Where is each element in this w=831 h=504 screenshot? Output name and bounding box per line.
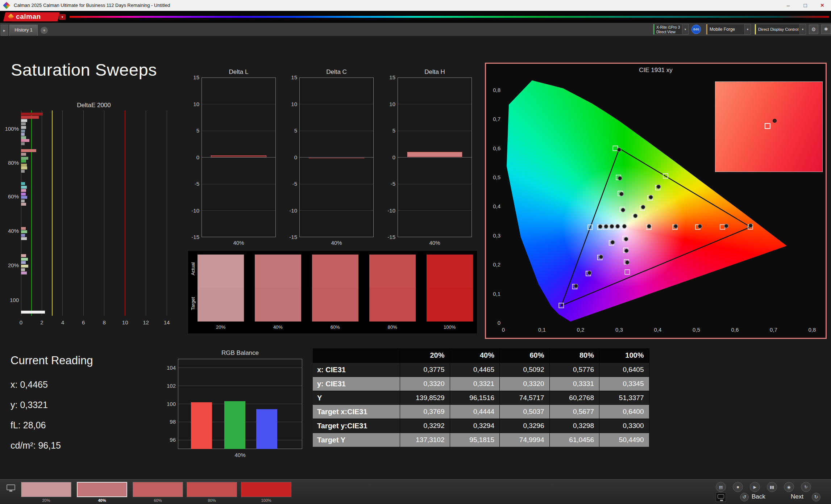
meter-dropdown-arrow[interactable]: ▾ xyxy=(682,24,688,34)
deltae-bar xyxy=(21,170,25,173)
cie-panel: CIE 1931 xy 00,10,20,30,40,50,60,70,800,… xyxy=(485,63,827,339)
cie-measured-marker xyxy=(649,195,653,199)
table-cell: 0,3298 xyxy=(550,419,600,433)
display-control-selector[interactable]: Direct Display Control ▾ xyxy=(755,24,806,35)
bottom-swatch-40%[interactable] xyxy=(77,482,127,497)
calman-logo[interactable]: calman xyxy=(3,12,60,21)
deltae-bar xyxy=(21,119,27,122)
meter-badge: 846 xyxy=(691,25,701,34)
next-button[interactable]: Next xyxy=(791,493,803,500)
source-dropdown-arrow[interactable]: ▾ xyxy=(744,24,751,34)
deltae-gridline xyxy=(104,110,104,316)
close-button[interactable]: × xyxy=(814,0,831,11)
deltae-bar xyxy=(21,268,25,271)
table-column-header: 40% xyxy=(450,348,500,362)
bottom-swatch-20%[interactable] xyxy=(21,482,71,497)
current-reading-fl: fL: 28,06 xyxy=(11,420,46,430)
deltae-bar xyxy=(21,160,26,163)
logo-menu-arrow[interactable]: ▾ xyxy=(59,14,66,20)
display-control-name: Direct Display Control xyxy=(758,27,798,32)
cie-x-tick-label: 0,7 xyxy=(766,327,781,333)
delta-gridline xyxy=(300,210,373,211)
cie-measured-marker xyxy=(625,260,629,264)
next-icon[interactable]: ↻ xyxy=(812,493,820,501)
delta-gridline xyxy=(202,104,275,104)
table-cell: 0,5776 xyxy=(550,362,600,377)
minimize-button[interactable]: – xyxy=(780,0,797,11)
tab-history-1[interactable]: History 1 xyxy=(9,25,38,36)
deltae-gridline xyxy=(62,110,63,316)
swatch-actual-100% xyxy=(427,255,473,288)
cie-y-tick-label: 0,2 xyxy=(487,261,500,268)
auxiliary-button[interactable]: ✱ xyxy=(821,25,831,34)
source-selector[interactable]: Mobile Forge ▾ xyxy=(706,24,751,35)
table-column-header: 20% xyxy=(400,348,450,362)
stop-button[interactable]: ■ xyxy=(733,482,743,492)
rgb-bar-red xyxy=(191,402,212,449)
bottom-swatch-60%[interactable] xyxy=(133,482,183,497)
table-cell: 0,3296 xyxy=(500,419,550,433)
table-cell: 95,1815 xyxy=(450,433,500,447)
delta-y-tick-label: 10 xyxy=(381,101,395,107)
table-cell: 50,4490 xyxy=(599,433,649,447)
maximize-button[interactable]: □ xyxy=(797,0,814,11)
cie-measured-marker xyxy=(611,240,615,244)
bottom-swatch-100%[interactable] xyxy=(241,482,291,497)
deltae-bar xyxy=(21,113,43,116)
cie-y-tick-label: 0,8 xyxy=(487,87,500,93)
bottom-swatch-label: 40% xyxy=(77,498,127,503)
cie-measured-marker xyxy=(647,224,651,228)
table-cell: 0,6405 xyxy=(599,362,649,377)
delta-y-tick-label: 10 xyxy=(283,101,297,107)
display-accent-stripe xyxy=(755,24,756,34)
meter-selector[interactable]: X-Rite i1Pro 3 Direct View ▾ xyxy=(653,24,689,35)
delta-gridline xyxy=(398,210,471,211)
back-icon[interactable]: ↺ xyxy=(740,493,749,501)
deltae-bar xyxy=(21,258,28,261)
table-cell: 60,2768 xyxy=(550,391,600,405)
cie-target-marker xyxy=(720,224,725,229)
swatch-strip-label: 60% xyxy=(312,324,358,330)
settings-gear-button[interactable]: ⚙ xyxy=(809,25,818,34)
pause-button[interactable]: ▮▮ xyxy=(767,482,777,492)
back-button[interactable]: Back xyxy=(752,493,765,500)
display-pattern-button[interactable] xyxy=(716,492,726,502)
panel-expander-button[interactable]: ▸ xyxy=(1,25,8,36)
inset-target-marker xyxy=(765,123,770,129)
meter-level-button[interactable]: ▤ xyxy=(716,482,726,492)
deltae-bar xyxy=(21,196,27,199)
deltae-bar xyxy=(21,126,26,129)
display-pattern-icon xyxy=(718,494,724,499)
cie-measured-marker xyxy=(599,255,603,259)
cie-measured-marker xyxy=(724,224,728,228)
deltae-x-tick-label: 8 xyxy=(97,319,112,326)
delta-y-tick-label: -15 xyxy=(283,234,297,240)
play-button[interactable]: ▶ xyxy=(750,482,760,492)
rgb-bar-blue xyxy=(256,409,277,449)
cie-measured-marker xyxy=(604,224,608,228)
source-accent-stripe xyxy=(706,24,707,34)
deltae-bar xyxy=(21,200,25,202)
calman-logo-text: calman xyxy=(16,13,41,21)
deltae-reference-line xyxy=(52,110,53,316)
delta-l-x-label: 40% xyxy=(201,240,276,246)
swatch-target-100% xyxy=(427,288,473,322)
bottom-swatch-80%[interactable] xyxy=(187,482,237,497)
delta-c-x-label: 40% xyxy=(299,240,374,246)
display-icon[interactable] xyxy=(7,484,15,490)
delta-gridline xyxy=(398,131,471,131)
deltae-chart-title: DeltaE 2000 xyxy=(21,102,167,109)
deltae-bar xyxy=(21,133,25,136)
table-cell: 0,4444 xyxy=(450,404,500,419)
delta-gridline xyxy=(300,184,373,184)
cie-measured-marker xyxy=(624,249,628,253)
table-row-label: Target x:CIE31 xyxy=(313,404,400,419)
refresh-button[interactable]: ↻ xyxy=(801,482,811,492)
deltae-bar xyxy=(21,189,26,192)
display-dropdown-arrow[interactable]: ▾ xyxy=(799,24,806,34)
deltae-y-tick-label: 100% xyxy=(1,126,19,132)
deltae-x-tick-label: 14 xyxy=(159,319,174,326)
add-tab-button[interactable]: + xyxy=(41,27,48,34)
rgb-gridline xyxy=(178,368,302,368)
record-button[interactable]: ◉ xyxy=(784,482,794,492)
